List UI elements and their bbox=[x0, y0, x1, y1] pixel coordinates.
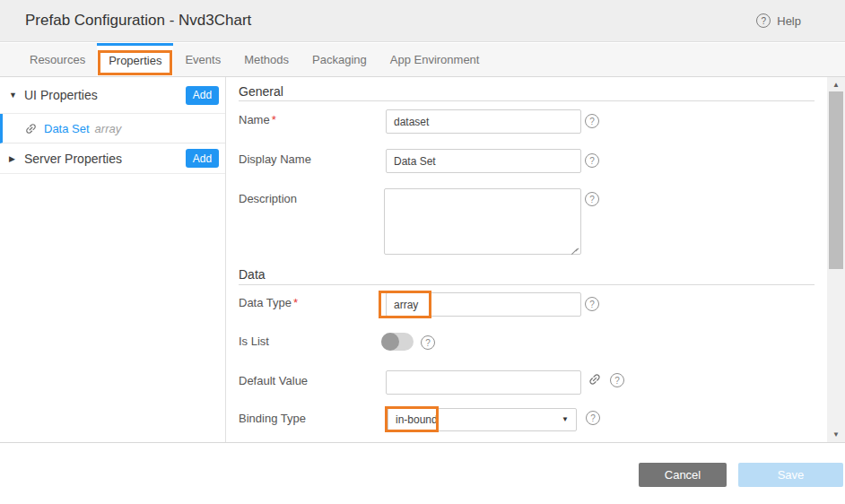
group-label: Server Properties bbox=[24, 152, 186, 166]
name-label: Name* bbox=[239, 113, 276, 126]
save-button[interactable]: Save bbox=[738, 463, 843, 487]
scrollbar-thumb[interactable] bbox=[829, 91, 843, 269]
is-list-toggle[interactable] bbox=[381, 333, 414, 351]
required-asterisk: * bbox=[272, 113, 276, 126]
default-value-help-icon[interactable]: ? bbox=[610, 373, 624, 387]
add-server-property-button[interactable]: Add bbox=[186, 149, 219, 168]
dropdown-caret-icon: ▼ bbox=[562, 409, 569, 430]
section-title-general: General bbox=[239, 84, 283, 99]
sidebar-item-data-set[interactable]: Data Set array bbox=[0, 114, 225, 143]
tab-methods[interactable]: Methods bbox=[232, 43, 301, 76]
scroll-up-icon[interactable]: ▲ bbox=[827, 81, 845, 89]
group-label: UI Properties bbox=[24, 88, 186, 102]
content-scrollbar[interactable]: ▲ ▼ bbox=[827, 77, 845, 442]
cancel-button[interactable]: Cancel bbox=[639, 463, 727, 487]
textarea-resize-handle[interactable] bbox=[571, 244, 579, 253]
binding-type-select[interactable]: in-bound ▼ bbox=[388, 408, 577, 431]
section-divider bbox=[239, 100, 815, 101]
binding-type-label: Binding Type bbox=[239, 412, 306, 425]
display-name-label: Display Name bbox=[239, 152, 311, 166]
toggle-knob bbox=[381, 333, 399, 351]
tab-resources[interactable]: Resources bbox=[18, 43, 97, 76]
name-help-icon[interactable]: ? bbox=[585, 114, 599, 128]
sidebar-item-type: array bbox=[95, 122, 122, 135]
sidebar-item-label: Data Set bbox=[44, 122, 90, 135]
bind-link-icon bbox=[22, 118, 40, 137]
title-bar: Prefab Configuration - Nvd3Chart ? Help bbox=[0, 0, 845, 42]
bind-value-icon[interactable] bbox=[585, 369, 605, 390]
sidebar-group-server-properties[interactable]: ▶ Server Properties Add bbox=[0, 143, 225, 174]
caret-right-icon: ▶ bbox=[9, 154, 24, 163]
is-list-label: Is List bbox=[239, 335, 269, 348]
description-help-icon[interactable]: ? bbox=[585, 192, 599, 206]
required-asterisk: * bbox=[293, 296, 298, 309]
description-label: Description bbox=[239, 192, 297, 205]
binding-type-value: in-bound bbox=[396, 413, 438, 426]
binding-type-help-icon[interactable]: ? bbox=[586, 411, 600, 425]
tab-properties[interactable]: Properties bbox=[97, 43, 173, 76]
name-input[interactable] bbox=[386, 109, 581, 134]
is-list-help-icon[interactable]: ? bbox=[421, 335, 435, 350]
help-label: Help bbox=[777, 14, 801, 28]
default-value-label: Default Value bbox=[239, 374, 308, 387]
display-name-input[interactable] bbox=[386, 149, 581, 173]
tab-app-environment[interactable]: App Environment bbox=[379, 43, 492, 76]
tab-packaging[interactable]: Packaging bbox=[301, 43, 379, 76]
tab-events[interactable]: Events bbox=[173, 43, 232, 76]
default-value-input[interactable] bbox=[386, 370, 581, 395]
properties-sidebar: ▼ UI Properties Add Data Set array ▶ Ser… bbox=[0, 77, 226, 442]
dialog-footer: Cancel Save bbox=[0, 443, 845, 504]
scroll-down-icon[interactable]: ▼ bbox=[827, 430, 845, 439]
property-form-panel: General Name* ? Display Name ? Descripti… bbox=[227, 77, 827, 442]
sidebar-group-ui-properties[interactable]: ▼ UI Properties Add bbox=[0, 77, 225, 114]
data-type-input[interactable] bbox=[386, 292, 581, 317]
page-title: Prefab Configuration - Nvd3Chart bbox=[25, 12, 251, 30]
section-title-data: Data bbox=[239, 267, 266, 282]
section-divider bbox=[239, 284, 815, 285]
prefab-configuration-dialog: Prefab Configuration - Nvd3Chart ? Help … bbox=[0, 0, 845, 504]
display-name-help-icon[interactable]: ? bbox=[585, 153, 599, 168]
tab-bar: Resources Properties Events Methods Pack… bbox=[0, 43, 845, 77]
caret-down-icon: ▼ bbox=[9, 91, 24, 100]
data-type-label: Data Type* bbox=[239, 296, 298, 309]
add-ui-property-button[interactable]: Add bbox=[186, 86, 219, 105]
data-type-help-icon[interactable]: ? bbox=[585, 297, 599, 311]
description-textarea[interactable] bbox=[384, 188, 581, 255]
help-link[interactable]: ? Help bbox=[756, 13, 801, 28]
help-question-icon: ? bbox=[756, 13, 771, 28]
